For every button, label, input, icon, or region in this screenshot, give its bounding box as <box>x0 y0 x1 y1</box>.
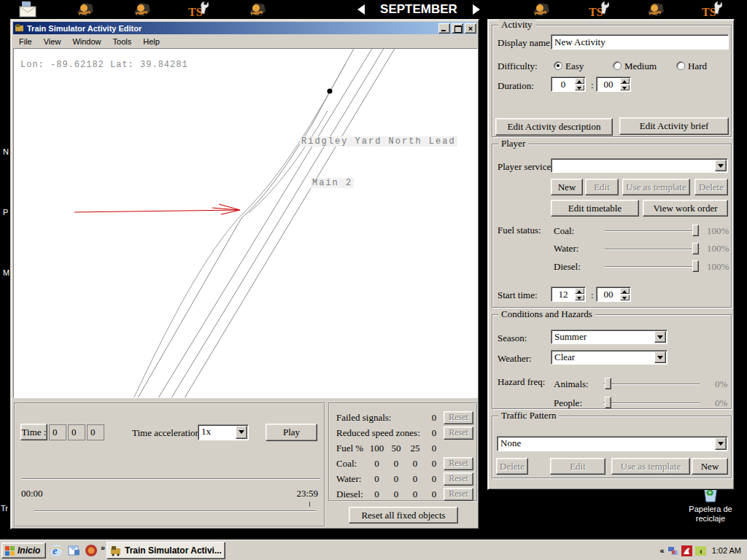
edit-activity-description-button[interactable]: Edit Activity description <box>495 118 613 136</box>
time-button-label: Time : <box>22 427 47 438</box>
calendar-prev-icon[interactable] <box>357 4 365 15</box>
coal-slider-thumb[interactable] <box>692 225 699 236</box>
menu-tools[interactable]: Tools <box>107 36 138 47</box>
spin-up-icon[interactable] <box>620 78 630 84</box>
spin-down-icon[interactable] <box>620 85 630 90</box>
reset-all-fixed-objects-button[interactable]: Reset all fixed objects <box>349 507 458 524</box>
chevron-down-icon[interactable] <box>715 160 727 171</box>
desktop-icon-label-partial: N <box>3 147 9 156</box>
edit-timetable-button[interactable]: Edit timetable <box>551 200 639 217</box>
timeline-slider-thumb[interactable] <box>24 501 34 519</box>
traffic-new-button[interactable]: New <box>692 458 728 475</box>
player-service-select[interactable] <box>551 158 728 173</box>
diesel-slider-thumb[interactable] <box>692 260 699 272</box>
time-hours-field[interactable]: 0 <box>49 424 66 440</box>
antivirus-icon[interactable] <box>681 545 692 556</box>
ts-tools-icon[interactable]: TS <box>700 0 722 19</box>
service-new-button[interactable]: New <box>551 179 583 195</box>
service-delete-button[interactable]: Delete <box>694 179 728 195</box>
spin-down-icon[interactable] <box>575 295 584 300</box>
mail-icon[interactable] <box>18 0 39 19</box>
edit-activity-brief-button[interactable]: Edit Activity brief <box>619 117 729 135</box>
outlook-quicklaunch-icon[interactable] <box>67 544 80 557</box>
volume-icon[interactable] <box>695 545 706 556</box>
spin-down-icon[interactable] <box>575 85 584 90</box>
reset-reduced-zones-button[interactable]: Reset <box>444 427 473 440</box>
traffic-delete-button[interactable]: Delete <box>496 458 528 475</box>
ts-tools-icon[interactable]: TS <box>187 0 209 19</box>
duration-hours-spinner[interactable]: 0 <box>551 77 586 92</box>
traffic-pattern-select[interactable]: None <box>497 436 728 451</box>
start-minutes-spinner[interactable]: 00 <box>596 287 631 302</box>
service-edit-button[interactable]: Edit <box>585 179 619 195</box>
spin-up-icon[interactable] <box>575 78 584 84</box>
train-icon[interactable] <box>530 0 552 19</box>
track-label-main2: Main 2 <box>311 178 354 188</box>
water-slider-thumb[interactable] <box>692 243 699 254</box>
desktop-icon-label-partial: P <box>3 208 8 217</box>
time-acceleration-select[interactable]: 1x <box>198 424 249 440</box>
water-0-value: 0 <box>425 473 444 485</box>
network-offline-icon[interactable]: × <box>667 545 678 556</box>
menu-window[interactable]: Window <box>66 36 107 47</box>
menu-file[interactable]: File <box>13 36 38 47</box>
chevron-down-icon[interactable] <box>654 351 666 363</box>
app-icon <box>15 23 25 33</box>
calendar-next-icon[interactable] <box>473 4 480 15</box>
minimize-button[interactable] <box>438 23 450 34</box>
start-hours-spinner[interactable]: 12 <box>551 287 586 302</box>
chevron-down-icon[interactable] <box>236 426 247 439</box>
train-icon[interactable] <box>645 0 667 19</box>
service-use-as-template-button[interactable]: Use as template <box>622 179 690 195</box>
difficulty-hard-radio[interactable] <box>676 61 685 70</box>
difficulty-easy-radio[interactable] <box>554 61 562 70</box>
chevron-down-icon[interactable] <box>654 331 666 343</box>
spin-up-icon[interactable] <box>620 288 630 294</box>
people-slider-thumb[interactable] <box>605 397 611 408</box>
time-button[interactable]: Time : <box>20 424 47 440</box>
svg-text:TS: TS <box>188 6 203 18</box>
train-icon[interactable] <box>247 0 268 19</box>
menu-help[interactable]: Help <box>137 36 166 47</box>
display-name-input[interactable]: New Activity <box>551 34 729 50</box>
reset-failed-signals-button[interactable]: Reset <box>444 411 473 424</box>
traffic-use-as-template-button[interactable]: Use as template <box>611 458 690 475</box>
close-button[interactable]: × <box>465 23 476 34</box>
tray-collapse-chevron[interactable]: « <box>660 546 665 555</box>
season-select[interactable]: Summer <box>551 330 667 344</box>
weather-select[interactable]: Clear <box>551 350 667 365</box>
train-icon[interactable] <box>131 0 153 19</box>
spin-up-icon[interactable] <box>575 288 584 294</box>
weather-value: Clear <box>554 351 575 363</box>
time-seconds-field[interactable]: 0 <box>87 424 104 440</box>
route-map-viewport[interactable]: Lon: -89.62182 Lat: 39.84281 Ridgley Yar… <box>13 48 478 398</box>
animals-slider-thumb[interactable] <box>605 378 611 389</box>
start-button[interactable]: Inicio <box>1 542 46 559</box>
reduced-zones-label: Reduced speed zones: <box>336 427 425 439</box>
play-button[interactable]: Play <box>266 424 317 441</box>
activity-properties-panel: Activity Display name: New Activity Diff… <box>487 19 735 490</box>
view-work-order-button[interactable]: View work order <box>643 200 728 217</box>
time-minutes-field[interactable]: 0 <box>68 424 85 440</box>
taskbar-task-button[interactable]: Train Simulator Activi... <box>107 542 225 559</box>
menu-view[interactable]: View <box>38 36 67 47</box>
diesel-0-value: 0 <box>425 489 444 500</box>
reset-diesel-button[interactable]: Reset <box>444 488 473 501</box>
spin-down-icon[interactable] <box>620 295 630 300</box>
timeline-start-label: 00:00 <box>21 488 43 499</box>
chevron-down-icon[interactable] <box>715 438 727 450</box>
quicklaunch-overflow-chevron[interactable]: » <box>101 543 105 552</box>
ie-quicklaunch-icon[interactable]: e <box>50 544 63 557</box>
duration-minutes-spinner[interactable]: 00 <box>596 77 631 92</box>
ts-tools-icon[interactable]: TS <box>587 0 609 19</box>
selected-node-dot[interactable] <box>328 89 333 94</box>
title-bar[interactable]: Train Simulator Activity Editor × <box>13 22 476 34</box>
maximize-button[interactable] <box>452 23 463 34</box>
difficulty-medium-radio[interactable] <box>613 61 622 70</box>
train-icon[interactable] <box>74 0 96 19</box>
reset-water-button[interactable]: Reset <box>444 472 473 486</box>
reset-coal-button[interactable]: Reset <box>444 457 473 470</box>
start-time-colon: : <box>591 289 594 301</box>
traffic-edit-button[interactable]: Edit <box>550 458 605 475</box>
media-quicklaunch-icon[interactable] <box>85 544 98 557</box>
